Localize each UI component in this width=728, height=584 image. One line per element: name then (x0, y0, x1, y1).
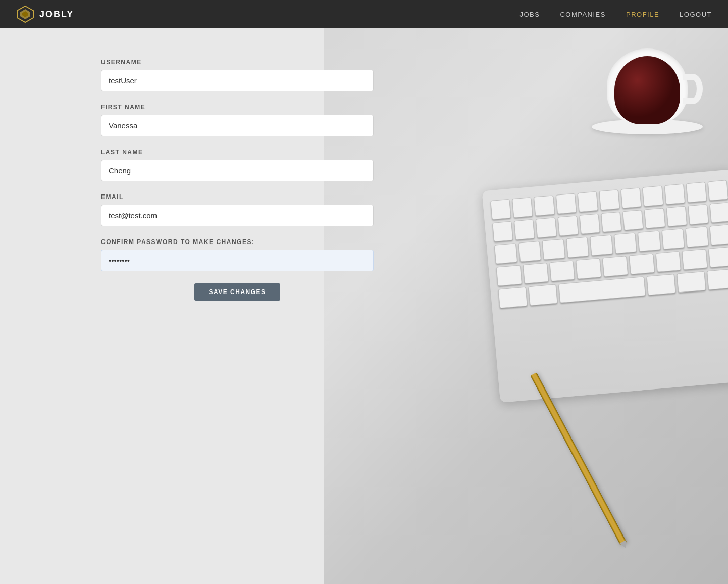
nav-jobs[interactable]: JOBS (519, 11, 540, 18)
coffee-cup-decoration (597, 33, 698, 134)
firstname-label: FIRST NAME (101, 104, 374, 111)
nav-logout[interactable]: LOGOUT (680, 11, 712, 18)
lastname-label: LAST NAME (101, 149, 374, 156)
username-label: USERNAME (101, 59, 374, 66)
email-group: EMAIL (101, 193, 374, 226)
username-group: USERNAME (101, 59, 374, 91)
brand-logo-link[interactable]: JOBLY (16, 5, 74, 23)
nav-profile[interactable]: PROFILE (626, 11, 659, 18)
password-group: CONFIRM PASSWORD TO MAKE CHANGES: (101, 238, 374, 271)
navbar: JOBLY JOBS COMPANIES PROFILE LOGOUT (0, 0, 728, 28)
firstname-group: FIRST NAME (101, 104, 374, 136)
nav-links: JOBS COMPANIES PROFILE LOGOUT (519, 11, 712, 18)
jobly-logo-icon (16, 5, 34, 23)
lastname-input[interactable] (101, 160, 374, 181)
lastname-group: LAST NAME (101, 149, 374, 181)
save-changes-button[interactable]: SAVE CHANGES (194, 283, 280, 301)
email-input[interactable] (101, 205, 374, 226)
brand-name-text: JOBLY (39, 9, 74, 20)
password-input[interactable] (101, 250, 374, 271)
profile-form: USERNAME FIRST NAME LAST NAME EMAIL CONF… (101, 59, 374, 301)
pen-decoration (530, 372, 627, 545)
main-content: USERNAME FIRST NAME LAST NAME EMAIL CONF… (0, 28, 454, 331)
nav-companies[interactable]: COMPANIES (560, 11, 606, 18)
password-label: CONFIRM PASSWORD TO MAKE CHANGES: (101, 238, 374, 246)
email-label: EMAIL (101, 193, 374, 201)
username-input[interactable] (101, 70, 374, 91)
keyboard-decoration (482, 169, 728, 403)
firstname-input[interactable] (101, 115, 374, 136)
